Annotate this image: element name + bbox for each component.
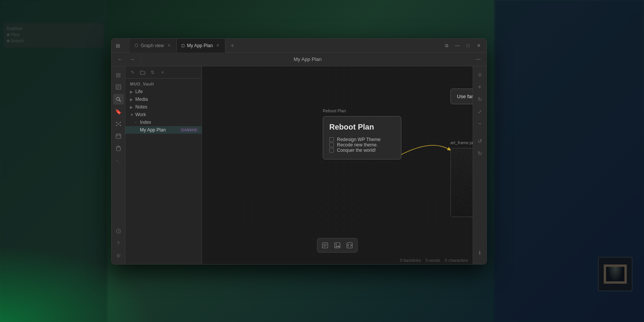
check-label-wp: Redesign WP Theme	[337, 137, 381, 142]
checkbox-wp[interactable]	[329, 137, 334, 142]
arrow-icon: ▼	[130, 113, 134, 117]
fancy-bg-node[interactable]: Use fancy backgrounds!	[450, 89, 473, 104]
sidebar-icon-files[interactable]	[113, 82, 124, 92]
add-media-button[interactable]	[332, 240, 343, 251]
checkbox-world[interactable]	[329, 148, 334, 153]
tree-item-my-app-plan[interactable]: My App Plan CANVAS	[125, 126, 202, 134]
file-explorer: ✎ ⇅ × MUO_Vault ▶ Life ▶ Media	[125, 66, 202, 264]
add-embed-button[interactable]	[344, 240, 355, 251]
sidebar-toggle-icon[interactable]: ▤	[115, 43, 121, 49]
collapse-all-button[interactable]: ×	[158, 68, 167, 77]
title-bar: ▤ ⬡ Graph view ✕ ◻ My App Plan ✕ + ⧉ — □…	[112, 39, 486, 53]
sidebar-icon-search[interactable]	[113, 94, 124, 105]
arrow-icon: ▶	[130, 105, 134, 109]
close-button[interactable]: ✕	[474, 41, 483, 50]
split-view-button[interactable]: ⧉	[442, 41, 451, 50]
dash-icon: −	[135, 120, 138, 125]
backlinks-status: 0 backlinks	[400, 258, 421, 263]
refresh-button[interactable]: ↻	[475, 94, 485, 105]
fit-view-button[interactable]: ⤢	[475, 106, 485, 117]
tree-item-notes[interactable]: ▶ Notes	[125, 103, 202, 111]
sidebar-icon-bookmark[interactable]: 🔖	[113, 106, 124, 117]
toolbar-separator	[141, 56, 141, 63]
back-button[interactable]: ←	[115, 54, 125, 65]
checklist: Redesign WP Theme Recode new theme. Conq…	[329, 137, 395, 153]
svg-point-22	[118, 255, 119, 256]
note-title: Reboot Plan	[329, 123, 395, 131]
tab-my-app-plan[interactable]: ◻ My App Plan ✕	[177, 39, 225, 53]
vault-label: MUO_Vault	[125, 80, 202, 88]
graph-view-tab-label: Graph view	[141, 43, 164, 48]
sidebar-icon-sidebar-toggle[interactable]: ▤	[113, 69, 124, 80]
tree-item-index[interactable]: − Index	[125, 118, 202, 126]
tree-item-work[interactable]: ▼ Work	[125, 111, 202, 118]
check-item-recode: Recode new theme.	[329, 142, 395, 148]
forward-button[interactable]: →	[127, 54, 138, 65]
title-bar-right: ⧉ — □ ✕	[442, 41, 483, 50]
svg-point-4	[117, 97, 120, 100]
note-node-label: Reboot Plan	[323, 108, 346, 113]
tree-item-life[interactable]: ▶ Life	[125, 88, 202, 95]
sidebar-icon-clipboard[interactable]	[113, 143, 124, 154]
svg-rect-15	[116, 134, 121, 138]
file-tree: MUO_Vault ▶ Life ▶ Media ▶ Notes ▼ Work	[125, 79, 202, 264]
arrow-icon: ▶	[130, 97, 134, 102]
main-area: ▤ 🔖	[112, 66, 486, 264]
rp-separator	[480, 132, 480, 133]
tab-graph-view[interactable]: ⬡ Graph view ✕	[130, 39, 177, 53]
graph-view-tab-close[interactable]: ✕	[166, 43, 172, 48]
add-note-button[interactable]	[320, 240, 330, 251]
new-tab-button[interactable]: +	[227, 40, 238, 51]
maximize-button[interactable]: □	[463, 41, 473, 50]
fancy-bg-text: Use fancy backgrounds!	[457, 94, 473, 99]
undo-button[interactable]: ↺	[475, 136, 485, 146]
svg-line-12	[118, 122, 120, 124]
canvas-settings-button[interactable]	[475, 69, 485, 80]
image-node[interactable]: art_frame.png	[450, 148, 473, 217]
svg-line-13	[117, 124, 118, 125]
tree-item-media[interactable]: ▶ Media	[125, 95, 202, 103]
checkbox-recode[interactable]	[329, 143, 334, 147]
words-status: 0 words	[426, 258, 440, 263]
svg-line-14	[118, 124, 120, 125]
sidebar-icon-help[interactable]: ?	[113, 238, 124, 249]
zoom-out-button[interactable]: −	[475, 118, 485, 129]
toolbar-title: My App Plan	[144, 56, 471, 62]
canvas-area[interactable]: Reboot Plan Reboot Plan Redesign WP Them…	[202, 66, 473, 264]
sort-button[interactable]: ⇅	[148, 68, 157, 77]
info-button[interactable]: ℹ	[475, 247, 485, 258]
new-folder-button[interactable]	[138, 68, 147, 77]
sidebar-icon-terminal[interactable]: ›_	[113, 155, 124, 166]
graph-view-tab-icon: ⬡	[135, 43, 138, 48]
svg-line-11	[117, 122, 118, 124]
bg-left-panel: Explorer ■ Files ■ Search	[4, 23, 104, 51]
svg-line-5	[119, 100, 121, 102]
canvas-connections	[202, 66, 473, 264]
check-item-wp: Redesign WP Theme	[329, 137, 395, 142]
check-item-world: Conquer the world!	[329, 148, 395, 153]
obsidian-window: ▤ ⬡ Graph view ✕ ◻ My App Plan ✕ + ⧉ — □…	[111, 38, 487, 264]
reboot-plan-node[interactable]: Reboot Plan Reboot Plan Redesign WP Them…	[323, 116, 401, 159]
zoom-in-button[interactable]: +	[475, 82, 485, 92]
bottom-toolbar	[317, 238, 358, 253]
sidebar-icon-settings[interactable]	[113, 250, 124, 261]
deco-art-frame	[598, 257, 632, 291]
more-options-button[interactable]: ⋯	[473, 54, 483, 65]
sidebar-icon-graph[interactable]	[113, 118, 124, 129]
svg-point-31	[336, 244, 337, 245]
redo-button[interactable]: ↻	[475, 148, 485, 159]
file-explorer-toolbar: ✎ ⇅ ×	[125, 66, 202, 79]
minimize-button[interactable]: —	[453, 41, 462, 50]
sidebar-icon-publish[interactable]	[113, 226, 124, 237]
tabs-area: ⬡ Graph view ✕ ◻ My App Plan ✕ +	[130, 39, 440, 53]
sidebar-icon-calendar[interactable]	[113, 131, 124, 141]
check-label-world: Conquer the world!	[337, 148, 376, 153]
canvas-badge: CANVAS	[180, 128, 199, 132]
image-node-label: art_frame.png	[450, 140, 473, 145]
canvas-tab-close[interactable]: ✕	[215, 43, 220, 48]
new-note-button[interactable]: ✎	[128, 68, 137, 77]
check-label-recode: Recode new theme.	[337, 142, 378, 148]
arrow-icon: ▶	[130, 90, 134, 94]
canvas-tab-label: My App Plan	[187, 43, 213, 48]
title-bar-left: ▤	[115, 43, 128, 49]
